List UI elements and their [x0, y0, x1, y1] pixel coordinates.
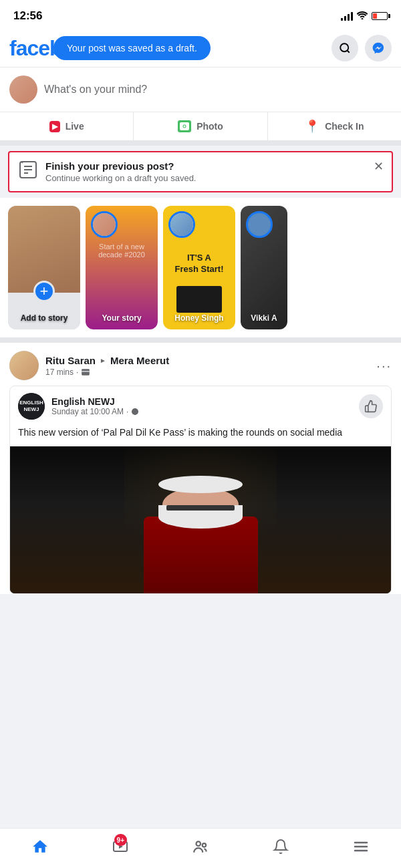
post-author: Ritu Saran — [45, 355, 96, 366]
photo-icon — [178, 120, 191, 132]
shared-arrow-icon: ► — [100, 357, 106, 364]
shared-post-header: ENGLISHNEWJ English NEWJ Sunday at 10:00… — [10, 386, 391, 426]
status-bar: 12:56 — [0, 0, 401, 29]
header-icons — [331, 35, 392, 61]
your-story-avatar — [91, 211, 118, 238]
stories-row: + Add to story Start of a new decade #20… — [0, 206, 401, 329]
toast-notification: Your post was saved as a draft. — [53, 36, 211, 60]
menu-icon — [353, 839, 369, 859]
stories-section: + Add to story Start of a new decade #20… — [0, 198, 401, 343]
svg-point-0 — [340, 43, 348, 51]
bell-icon — [273, 839, 289, 859]
honey-singh-avatar — [168, 211, 195, 238]
honey-singh-story-card[interactable]: IT'S AFresh Start! Honey Singh — [163, 206, 235, 329]
draft-banner[interactable]: Finish your previous post? Continue work… — [8, 151, 393, 192]
user-avatar — [9, 76, 37, 104]
bottom-nav: 9+ — [0, 828, 401, 868]
draft-subtitle: Continue working on a draft you saved. — [45, 173, 196, 183]
post-card: Ritu Saran ► Mera Meerut 17 mins · ··· E… — [0, 343, 401, 594]
svg-rect-9 — [82, 369, 90, 375]
photo-button[interactable]: Photo — [134, 112, 267, 140]
post-composer[interactable]: What's on your mind? — [0, 67, 401, 112]
nav-menu[interactable] — [321, 829, 401, 868]
live-button[interactable]: ▶ Live — [0, 112, 134, 140]
draft-title: Finish your previous post? — [45, 160, 196, 172]
post-media — [10, 446, 391, 593]
checkin-button[interactable]: 📍 Check In — [268, 112, 401, 140]
action-buttons-row: ▶ Live Photo 📍 Check In — [0, 112, 401, 146]
like-button[interactable] — [359, 394, 383, 418]
svg-point-4 — [184, 126, 186, 128]
shared-post-container: ENGLISHNEWJ English NEWJ Sunday at 10:00… — [9, 386, 392, 594]
compose-input[interactable]: What's on your mind? — [44, 84, 392, 96]
svg-point-15 — [203, 843, 206, 847]
wifi-icon — [357, 11, 368, 21]
post-shared-dest: Mera Meerut — [110, 355, 169, 366]
draft-text: Finish your previous post? Continue work… — [45, 160, 196, 183]
shared-source-name: English NEWJ — [51, 396, 352, 407]
status-time: 12:56 — [13, 9, 42, 23]
nav-groups[interactable] — [160, 829, 241, 868]
add-to-story-card[interactable]: + Add to story — [8, 206, 80, 329]
post-more-button[interactable]: ··· — [376, 358, 392, 374]
add-story-label: Add to story — [8, 313, 80, 323]
vikki-label: Vikki A — [241, 313, 287, 323]
post-time: 17 mins · — [45, 368, 376, 377]
live-icon: ▶ — [49, 121, 60, 132]
shared-post-meta: English NEWJ Sunday at 10:00 AM · — [51, 396, 352, 416]
honey-singh-label: Honey Singh — [163, 313, 235, 323]
groups-icon — [192, 838, 209, 859]
post-author-avatar — [9, 351, 39, 380]
checkin-icon: 📍 — [305, 119, 319, 134]
shared-source-avatar: ENGLISHNEWJ — [18, 393, 45, 420]
shared-post-time: Sunday at 10:00 AM · — [51, 407, 352, 416]
search-button[interactable] — [331, 35, 358, 61]
your-story-label: Your story — [86, 313, 158, 323]
draft-icon — [19, 160, 37, 183]
status-icons — [341, 11, 388, 21]
svg-point-14 — [196, 841, 201, 846]
your-story-card[interactable]: Start of a new decade #2020 Your story — [86, 206, 158, 329]
vikki-story-card[interactable]: Vikki A — [241, 206, 287, 329]
svg-line-1 — [347, 50, 349, 52]
nav-home[interactable] — [0, 829, 80, 868]
post-header: Ritu Saran ► Mera Meerut 17 mins · ··· — [0, 343, 401, 386]
shared-post-text: This new version of ‘Pal Pal Dil Ke Pass… — [10, 426, 391, 446]
messenger-button[interactable] — [365, 35, 392, 61]
nav-notifications[interactable] — [241, 829, 321, 868]
battery-icon — [372, 12, 388, 20]
signal-icon — [341, 11, 353, 21]
nav-watch[interactable]: 9+ — [80, 829, 160, 868]
home-icon — [31, 838, 49, 859]
post-meta: Ritu Saran ► Mera Meerut 17 mins · — [45, 355, 376, 377]
header: faceb Your post was saved as a draft. — [0, 29, 401, 67]
draft-close-button[interactable]: ✕ — [374, 160, 384, 172]
